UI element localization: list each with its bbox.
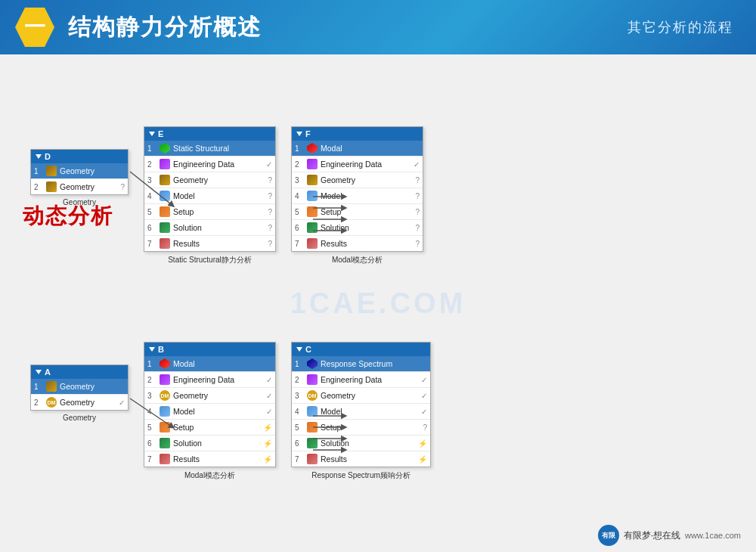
block-d-header[interactable]: D xyxy=(31,150,128,163)
main-content: 1CAE.COM 动态分析 D 1 Geometry 2 Geometry xyxy=(0,54,756,552)
block-d-row-2: 2 Geometry ? xyxy=(31,179,128,194)
eng-icon-e2 xyxy=(159,158,171,170)
top-flow-section: D 1 Geometry 2 Geometry ? Geometry xyxy=(30,126,741,265)
block-b-row-7: 7 Results ⚡ xyxy=(144,451,275,467)
block-b-row-2: 2 Engineering Data ✓ xyxy=(144,372,275,388)
block-c-row-4: 4 Model ✓ xyxy=(292,404,430,420)
block-b: B 1 Modal 2 Engineering Data ✓ 3 DM Geom… xyxy=(144,342,276,467)
block-a-header[interactable]: A xyxy=(31,365,128,379)
model-icon-c4 xyxy=(306,405,318,417)
block-b-caption: Modal模态分析 xyxy=(184,470,235,481)
block-e-row-5: 5 Setup ? xyxy=(144,204,275,220)
block-e-group: E 1 Static Structural 2 Engineering Data… xyxy=(144,126,276,265)
results-icon-b7 xyxy=(159,453,171,465)
block-f-title: F xyxy=(305,129,311,138)
block-e-row-3: 3 Geometry ? xyxy=(144,172,275,188)
results-icon-e7 xyxy=(159,237,171,250)
sol-icon-e6 xyxy=(159,222,171,234)
block-a-row-1: 1 Geometry xyxy=(31,379,128,395)
block-a-group: A 1 Geometry 2 DM Geometry ✓ Geometry xyxy=(30,364,129,422)
block-e-row-6: 6 Solution ? xyxy=(144,220,275,236)
block-e-row-4: 4 Model ? xyxy=(144,188,275,204)
block-c: C 1 Response Spectrum 2 Engineering Data… xyxy=(291,342,431,467)
block-f: F 1 Modal 2 Engineering Data ✓ 3 Geometr… xyxy=(291,126,423,252)
block-c-row-5: 5 Setup ? xyxy=(292,420,430,436)
setup-icon-e5 xyxy=(159,206,171,218)
setup-icon-c5 xyxy=(306,421,318,433)
collapse-arrow-d xyxy=(36,154,42,159)
block-b-row-3: 3 DM Geometry ✓ xyxy=(144,388,275,404)
block-b-header[interactable]: B xyxy=(144,343,275,356)
block-c-caption: Response Spectrum频响分析 xyxy=(311,470,411,481)
block-c-group: C 1 Response Spectrum 2 Engineering Data… xyxy=(291,342,431,481)
block-c-row-2: 2 Engineering Data ✓ xyxy=(292,372,430,388)
model-icon-e4 xyxy=(159,190,171,202)
block-b-row-6: 6 Solution ⚡ xyxy=(144,436,275,451)
block-f-row-1: 1 Modal xyxy=(292,141,423,157)
header: 一 结构静力分析概述 其它分析的流程 xyxy=(0,0,756,54)
block-d-title: D xyxy=(45,152,51,161)
geo-icon-d2 xyxy=(45,181,57,193)
footer-brand: 有限梦·想在线 xyxy=(624,529,680,542)
block-a-row-2: 2 DM Geometry ✓ xyxy=(31,395,128,410)
block-e-row-7: 7 Results ? xyxy=(144,236,275,251)
block-e-header[interactable]: E xyxy=(144,127,275,141)
collapse-arrow-a xyxy=(36,370,42,374)
model-icon-b4 xyxy=(159,405,171,417)
geo-icon-f3 xyxy=(306,174,318,186)
bottom-flow-section: A 1 Geometry 2 DM Geometry ✓ Geometry xyxy=(30,342,741,481)
results-icon-c7 xyxy=(306,453,318,465)
block-c-title: C xyxy=(305,345,311,354)
block-c-row-1: 1 Response Spectrum xyxy=(292,356,430,372)
header-hex: 一 xyxy=(15,8,54,47)
sol-icon-c6 xyxy=(306,437,318,449)
geo-icon-d1 xyxy=(45,165,57,177)
footer-logo-text: 有限 xyxy=(602,531,615,541)
block-f-group: F 1 Modal 2 Engineering Data ✓ 3 Geometr… xyxy=(291,126,423,265)
block-c-row-7: 7 Results ⚡ xyxy=(292,451,430,467)
sol-icon-f6 xyxy=(306,222,318,234)
eng-icon-b2 xyxy=(159,374,171,386)
eng-icon-f2 xyxy=(306,158,318,170)
geo-icon-e3 xyxy=(159,174,171,186)
block-a: A 1 Geometry 2 DM Geometry ✓ xyxy=(30,364,129,411)
collapse-arrow-e xyxy=(149,132,155,136)
sol-icon-b6 xyxy=(159,437,171,449)
setup-icon-b5 xyxy=(159,421,171,433)
collapse-arrow-f xyxy=(296,132,302,136)
header-hex-label: 一 xyxy=(24,13,45,42)
block-f-row-6: 6 Solution ? xyxy=(292,220,423,236)
block-e-row-2: 2 Engineering Data ✓ xyxy=(144,157,275,172)
block-b-row-4: 4 Model ✓ xyxy=(144,404,275,420)
block-b-title: B xyxy=(158,345,164,354)
geo-icon-a1 xyxy=(45,380,57,392)
om-icon-c3: DM xyxy=(306,389,318,402)
om-icon-a2: DM xyxy=(45,396,57,408)
block-b-group: B 1 Modal 2 Engineering Data ✓ 3 DM Geom… xyxy=(144,342,276,481)
block-d: D 1 Geometry 2 Geometry ? xyxy=(30,149,129,195)
watermark: 1CAE.COM xyxy=(290,287,466,320)
block-b-row-5: 5 Setup ⚡ xyxy=(144,420,275,436)
block-d-row-1: 1 Geometry xyxy=(31,163,128,179)
block-c-row-3: 3 DM Geometry ✓ xyxy=(292,388,430,404)
ss-icon-e1 xyxy=(159,142,171,154)
block-f-row-3: 3 Geometry ? xyxy=(292,172,423,188)
block-e-caption: Static Structural静力分析 xyxy=(168,255,252,265)
block-e: E 1 Static Structural 2 Engineering Data… xyxy=(144,126,276,252)
footer-site: www.1cae.com xyxy=(685,531,741,540)
block-f-row-2: 2 Engineering Data ✓ xyxy=(292,157,423,172)
block-b-row-1: 1 Modal xyxy=(144,356,275,372)
header-subtitle: 其它分析的流程 xyxy=(627,18,733,36)
block-f-row-5: 5 Setup ? xyxy=(292,204,423,220)
model-icon-f4 xyxy=(306,190,318,202)
block-f-header[interactable]: F xyxy=(292,127,423,141)
modal-icon-f1 xyxy=(306,142,318,154)
block-c-row-6: 6 Solution ⚡ xyxy=(292,436,430,451)
modal-icon-b1 xyxy=(159,358,171,370)
block-c-header[interactable]: C xyxy=(292,343,430,356)
header-title: 结构静力分析概述 xyxy=(68,12,262,43)
results-icon-f7 xyxy=(306,237,318,250)
block-d-group: D 1 Geometry 2 Geometry ? Geometry xyxy=(30,149,129,206)
block-e-title: E xyxy=(158,129,163,138)
om-icon-b3: DM xyxy=(159,389,171,402)
